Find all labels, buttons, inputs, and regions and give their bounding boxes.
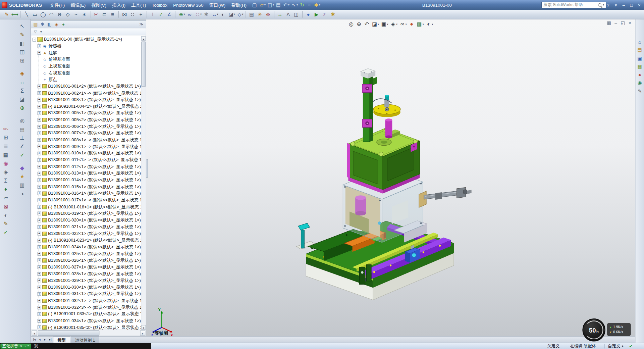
expand-toggle[interactable]: + [37, 232, 41, 236]
custom-caret-icon[interactable]: ▴ [622, 344, 623, 348]
expand-toggle[interactable]: + [37, 218, 41, 222]
tree-item[interactable]: +B13091001-030<1> (默认<<默认>_显示状态 1>) [37, 284, 141, 291]
expand-toggle[interactable]: + [37, 44, 41, 48]
expand-toggle[interactable]: + [37, 185, 41, 189]
expand-toggle[interactable]: + [37, 132, 41, 135]
arc-icon[interactable]: ◠ [47, 10, 55, 19]
tree-item[interactable]: +B13091001-021<1> (默认<<默认>_显示状态 1>) [37, 224, 141, 231]
half-icon[interactable]: ◐ [1, 211, 10, 219]
expand-toggle[interactable]: + [37, 165, 41, 168]
dock-sketch-icon[interactable]: ✎ [17, 31, 27, 39]
expand-toggle[interactable]: + [37, 105, 41, 108]
tree-item[interactable]: +B13091001-001<2> (默认<<默认>_显示状态 1>) [37, 83, 141, 90]
menu-item-窗口(W)[interactable]: 窗口(W) [206, 0, 228, 10]
displaymanager-tab-icon[interactable]: ● [60, 21, 67, 27]
dock-measure-icon[interactable]: ↔ [17, 78, 27, 86]
tree-item[interactable]: +B13091001-022<1> (默认<<默认>_显示状态 1>) [37, 230, 141, 237]
expand-toggle[interactable]: + [37, 178, 41, 182]
tree-item[interactable]: +B13091001-026<1> (默认<<默认>_显示状态 1>) [37, 257, 141, 264]
undo-icon-caret[interactable]: ▾ [288, 3, 289, 7]
menu-item-插入(I)[interactable]: 插入(I) [109, 0, 128, 10]
menu-item-PhotoView 360[interactable]: PhotoView 360 [170, 0, 207, 10]
polygon-icon[interactable]: ◇ [64, 10, 72, 19]
help-icon[interactable]: ? [604, 2, 612, 7]
custom-properties-icon[interactable]: ✎ [638, 88, 642, 96]
rectangle-icon[interactable]: ▭ [31, 10, 39, 19]
expand-toggle[interactable]: + [37, 279, 41, 283]
expand-toggle[interactable]: + [37, 272, 41, 276]
tree-horizontal-scrollbar[interactable]: ◂ ▸ [31, 330, 146, 336]
expand-toggle[interactable]: + [37, 145, 41, 148]
expand-toggle[interactable]: + [37, 265, 41, 269]
tree-item[interactable]: +B13091001-015<1> (默认<<默认>_显示状态 1>) [37, 184, 141, 190]
zoom-fit-icon[interactable]: ◎ [347, 20, 355, 28]
tree-item[interactable]: +B13091001-011<1> -> (默认<<默认>_显示状态 1>) [37, 157, 141, 163]
tree-item[interactable]: +B13091001-002<1> -> (默认<<默认>_显示状态 1>) [37, 90, 141, 96]
tree-item[interactable]: +B13091001-008<1> -> (默认<<默认>_显示状态 1>) [37, 137, 141, 143]
save-icon-caret[interactable]: ▾ [273, 3, 274, 7]
new-document-icon[interactable]: ▢ [251, 0, 258, 10]
tree-item[interactable]: +B13091001-007<2> (默认<<默认>_显示状态 1>) [37, 130, 141, 137]
tree-item[interactable]: +B13091001-014<1> (默认<<默认>_显示状态 1>) [37, 177, 141, 184]
expand-toggle[interactable]: + [37, 125, 41, 129]
tree-item[interactable]: ◇上视基准面 [37, 63, 141, 70]
expand-toggle[interactable]: + [37, 212, 41, 215]
tree-item[interactable]: +B13091001-027<1> (默认<<默认>_显示状态 1>) [37, 264, 141, 270]
tree-item[interactable]: +B13091001-016<1> (默认<<默认>_显示状态 1>) [37, 190, 141, 197]
expand-toggle[interactable]: + [37, 225, 41, 229]
plane2-icon[interactable]: ▱ [1, 194, 10, 202]
section-view-icon[interactable]: ◪ [371, 20, 378, 28]
tree-item[interactable]: +B13091001-005<1> (默认<<默认>_显示状态 1>) [37, 110, 141, 116]
scenes-icon[interactable]: ◉ [638, 79, 642, 87]
menu-item-文件(F)[interactable]: 文件(F) [47, 0, 68, 10]
tab-scroll-first-icon[interactable]: |◂ [32, 336, 37, 343]
resources-home-icon[interactable]: ⌂ [638, 38, 641, 46]
tree-item[interactable]: ◇前视基准面 [37, 56, 141, 63]
doc-close-icon[interactable]: × [626, 20, 633, 26]
help-caret-icon[interactable]: ▾ [612, 2, 620, 8]
expand-toggle[interactable]: + [37, 151, 41, 155]
ime-sound-icon[interactable]: ♪ [24, 344, 26, 348]
tab-scroll-next-icon[interactable]: ▸ [42, 336, 48, 343]
expand-toggle[interactable]: + [37, 118, 41, 122]
doc-restore-icon[interactable]: ◱ [620, 20, 627, 26]
sum-icon[interactable]: Σ [1, 176, 10, 185]
component-pattern-icon-caret[interactable]: ▾ [200, 13, 202, 16]
menu-item-编辑(E)[interactable]: 编辑(E) [68, 0, 89, 10]
display-relations-icon[interactable]: ⊥ [149, 10, 157, 19]
tree-item[interactable]: +B13091001-009<1> -> (默认<<默认>_显示状态 1>) [37, 143, 141, 150]
expand-toggle[interactable]: + [37, 205, 41, 209]
apply-scene-icon-caret[interactable]: ▾ [422, 22, 424, 26]
expand-toggle[interactable]: + [37, 286, 41, 289]
circle-icon[interactable]: ◯ [39, 10, 47, 19]
expand-toggle[interactable]: + [37, 85, 41, 88]
panel-overflow-icon[interactable]: ≫ [140, 22, 145, 26]
dock-appearance-icon[interactable]: ◆ [17, 163, 27, 172]
rebuild-icon[interactable]: ↻ [299, 0, 306, 10]
measure-icon[interactable]: ↔ [276, 10, 284, 19]
tree-item[interactable]: +B13091001-028<1> (默认<<默认>_显示状态 1>) [37, 270, 141, 277]
gem-icon[interactable]: ♦ [1, 185, 10, 194]
dock-view-icon[interactable]: ◎ [17, 116, 27, 125]
design-library-icon[interactable]: ▤ [637, 46, 642, 54]
mate-icon[interactable]: ∞ [185, 10, 194, 19]
dock-favorites-icon[interactable]: ★ [17, 172, 27, 181]
search-icon[interactable] [598, 3, 601, 7]
expand-toggle[interactable]: + [37, 111, 41, 115]
tree-item[interactable]: +B13091001-034<1> (默认<<默认>_显示状态 1>) [37, 317, 141, 324]
mass-properties-icon[interactable]: Δ [284, 10, 292, 19]
view-orientation-icon[interactable]: ▣ [380, 20, 388, 28]
featuremanager-tab-icon[interactable]: ▤ [32, 21, 39, 27]
smart-fasteners-icon[interactable]: ✱ [202, 10, 210, 19]
expand-toggle[interactable]: + [37, 319, 41, 322]
tree-item[interactable]: +(-) B13091001-018<1> (默认<<默认>_显示状态 1>) [37, 204, 141, 210]
search-box[interactable]: 搜索 SolidWorks 帮助 ▾ [541, 2, 606, 8]
view-settings-icon[interactable]: ◐ [425, 20, 432, 28]
close-icon[interactable]: × [635, 2, 643, 7]
tree-item[interactable]: +(-) B13091001-033<1> (默认<<默认>_显示状态 1>) [37, 311, 141, 317]
expand-toggle[interactable]: + [37, 192, 41, 195]
propertymanager-tab-icon[interactable]: ✱ [39, 21, 46, 27]
quick-snaps-icon[interactable]: ∠ [165, 10, 173, 19]
hscroll-thumb[interactable] [38, 330, 100, 336]
linear-pattern-icon[interactable]: ∷ [128, 10, 137, 19]
